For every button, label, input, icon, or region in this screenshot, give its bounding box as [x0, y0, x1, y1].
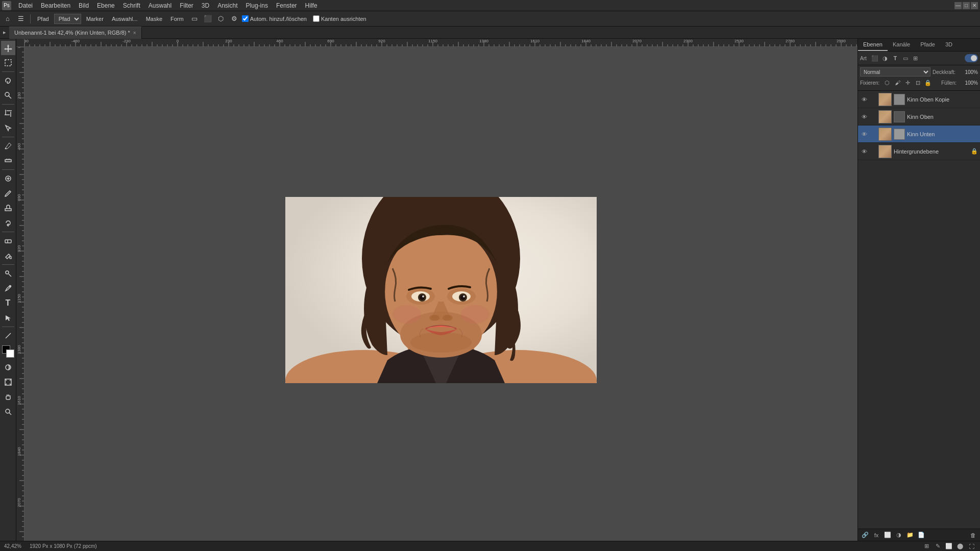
- move-tool[interactable]: [1, 41, 15, 55]
- new-group-icon[interactable]: 📁: [905, 531, 915, 540]
- color-swatch[interactable]: [2, 345, 14, 358]
- menu-datei[interactable]: Datei: [14, 1, 37, 10]
- text-filter-icon[interactable]: T: [891, 54, 900, 63]
- add-mask-icon[interactable]: ⬜: [883, 531, 893, 540]
- spot-healing-tool[interactable]: [1, 171, 15, 186]
- adjustment-filter-icon[interactable]: ◑: [880, 54, 890, 63]
- shape-icon-1[interactable]: ▭: [189, 13, 200, 24]
- shape-filter-icon[interactable]: ▭: [901, 54, 910, 63]
- svg-rect-18: [5, 240, 11, 243]
- line-tool[interactable]: [1, 329, 15, 343]
- visibility-icon-kinn-oben[interactable]: 👁: [860, 113, 868, 121]
- autom-checkbox[interactable]: [242, 15, 249, 22]
- shape-icon-2[interactable]: ⬛: [202, 13, 213, 24]
- form-button[interactable]: Form: [167, 13, 187, 24]
- delete-layer-icon[interactable]: 🗑: [968, 531, 978, 540]
- eyedropper-tool[interactable]: [1, 139, 15, 153]
- eraser-tool[interactable]: [1, 234, 15, 248]
- new-adjustment-icon[interactable]: ◑: [894, 531, 904, 540]
- pfad-select[interactable]: Pfad: [54, 14, 81, 24]
- menu-ansicht[interactable]: Ansicht: [213, 1, 241, 10]
- marquee-tool[interactable]: [1, 56, 15, 70]
- document-tab[interactable]: Unbenannt-1 bei 42,4% (Kinn Unten, RGB/8…: [9, 27, 142, 39]
- kanten-checkbox-label[interactable]: Kanten ausrichten: [313, 15, 366, 22]
- lock-all-icon[interactable]: 🔒: [923, 78, 933, 87]
- quick-mask-tool[interactable]: [1, 360, 15, 374]
- maximize-button[interactable]: □: [963, 2, 970, 9]
- dodge-tool[interactable]: [1, 266, 15, 281]
- menu-auswahl[interactable]: Auswahl: [144, 1, 176, 10]
- brush-tool[interactable]: [1, 186, 15, 201]
- zoom-tool[interactable]: [1, 405, 15, 419]
- link-layers-icon[interactable]: 🔗: [860, 531, 870, 540]
- hand-tool[interactable]: [1, 390, 15, 404]
- menu-bild[interactable]: Bild: [75, 1, 93, 10]
- tab-expand-icon[interactable]: ▸: [0, 29, 9, 36]
- tab-ebenen[interactable]: Ebenen: [858, 39, 888, 51]
- menu-hilfe[interactable]: Hilfe: [301, 1, 322, 10]
- visibility-icon-kinn-oben-kopie[interactable]: 👁: [860, 95, 868, 104]
- menu-schrift[interactable]: Schrift: [119, 1, 144, 10]
- crop-tool[interactable]: [1, 106, 15, 120]
- layer-item-kinn-unten[interactable]: 👁 Kinn Unten: [858, 126, 980, 143]
- path-selection-tool[interactable]: [1, 311, 15, 325]
- kanten-checkbox[interactable]: [313, 15, 320, 22]
- maske-button[interactable]: Maske: [143, 13, 165, 24]
- status-mask-icon[interactable]: ⬜: [944, 542, 953, 551]
- tab-pfade[interactable]: Pfade: [915, 39, 940, 51]
- close-button[interactable]: ✕: [971, 2, 978, 9]
- status-record-icon[interactable]: ⬤: [955, 542, 965, 551]
- tab-3d[interactable]: 3D: [940, 39, 958, 51]
- autom-checkbox-label[interactable]: Autom. hinzuf./löschen: [242, 15, 307, 22]
- ruler-measure-tool[interactable]: [1, 154, 15, 168]
- marker-button[interactable]: Marker: [83, 13, 107, 24]
- layer-style-icon[interactable]: fx: [871, 531, 881, 540]
- menu-bearbeiten[interactable]: Bearbeiten: [37, 1, 75, 10]
- lock-pixel-icon[interactable]: ⬡: [883, 78, 892, 87]
- status-fullscreen-icon[interactable]: ⛶: [967, 542, 976, 551]
- status-grid-icon[interactable]: ⊞: [922, 542, 931, 551]
- link-icon-kinn-oben: [870, 113, 876, 121]
- slice-tool[interactable]: [1, 121, 15, 135]
- auswahl-button[interactable]: Auswahl...: [109, 13, 141, 24]
- paint-bucket-tool[interactable]: [1, 248, 15, 263]
- layer-item-kinn-oben[interactable]: 👁 Kinn Oben: [858, 108, 980, 126]
- settings-icon[interactable]: ⚙: [229, 13, 240, 24]
- pen-tool[interactable]: [1, 281, 15, 295]
- screen-mode-tool[interactable]: [1, 375, 15, 389]
- lock-position-icon[interactable]: ✛: [903, 78, 912, 87]
- home-icon[interactable]: ⌂: [2, 13, 13, 24]
- canvas-scroll[interactable]: [24, 47, 857, 541]
- svg-point-58: [443, 315, 453, 321]
- magic-wand-tool[interactable]: [1, 88, 15, 103]
- history-brush-tool[interactable]: [1, 216, 15, 230]
- menu-filter[interactable]: Filter: [176, 1, 198, 10]
- toolbar-separator-7: [2, 327, 14, 327]
- menu-3d[interactable]: 3D: [198, 1, 213, 10]
- background-color[interactable]: [6, 349, 14, 358]
- smartobj-filter-icon[interactable]: ⊞: [911, 54, 920, 63]
- new-layer-icon[interactable]: 📄: [916, 531, 926, 540]
- layer-item-kinn-oben-kopie[interactable]: 👁 Kinn Oben Kopie: [858, 91, 980, 108]
- blend-mode-select[interactable]: NormalAuflösenAbdunkelnMultiplizierenFar…: [860, 67, 930, 77]
- lasso-tool[interactable]: [1, 73, 15, 88]
- lock-paint-icon[interactable]: 🖌: [893, 78, 902, 87]
- visibility-icon-hintergrundebene[interactable]: 👁: [860, 147, 868, 156]
- text-tool[interactable]: T: [1, 296, 15, 310]
- workspace-icon[interactable]: ☰: [15, 13, 27, 24]
- lock-artboard-icon[interactable]: ⊡: [913, 78, 922, 87]
- menu-fenster[interactable]: Fenster: [272, 1, 301, 10]
- document-tab-close[interactable]: ×: [133, 30, 136, 36]
- status-edit-icon[interactable]: ✎: [933, 542, 942, 551]
- visibility-icon-kinn-unten[interactable]: 👁: [860, 130, 868, 138]
- shape-icon-3[interactable]: ⬡: [215, 13, 227, 24]
- menu-ebene[interactable]: Ebene: [93, 1, 119, 10]
- toggle-filter-icon[interactable]: [965, 54, 978, 62]
- stamp-tool[interactable]: [1, 201, 15, 215]
- tab-kanaele[interactable]: Kanäle: [888, 39, 915, 51]
- canvas-image[interactable]: [285, 197, 597, 383]
- minimize-button[interactable]: —: [954, 2, 962, 9]
- layer-item-hintergrundebene[interactable]: 👁 Hintergrundebene 🔒: [858, 143, 980, 160]
- pixel-filter-icon[interactable]: ⬛: [870, 54, 879, 63]
- menu-plugins[interactable]: Plug-ins: [242, 1, 272, 10]
